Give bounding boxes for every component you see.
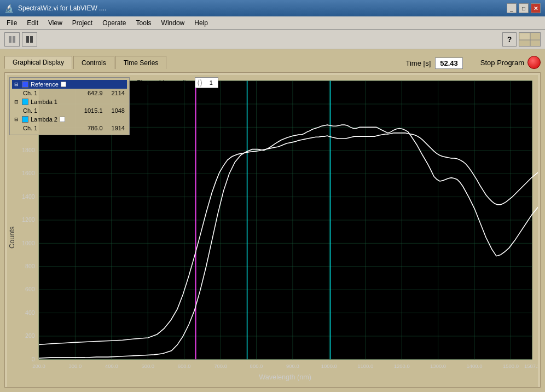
x-tick-1400: 1400.0 [467,363,483,369]
legend-area: ⊟ Reference Ch. 1 642.9 2114 ⊟ Lambda 1 … [9,77,130,135]
stop-program-button[interactable] [527,56,541,69]
help-button[interactable]: ? [502,32,517,47]
x-tick-1100: 1100.0 [357,363,373,369]
menu-tools[interactable]: Tools [132,18,156,28]
time-label: Time [s] [406,59,431,67]
menu-bar: File Edit View Project Operate Tools Win… [0,16,545,30]
x-tick-1200: 1200.0 [394,363,410,369]
x-tick-1500: 1500.0 [503,363,519,369]
x-tick-1000: 1000.0 [321,363,337,369]
channel-value-input[interactable] [204,79,218,87]
legend-val2-lambda1: 1048 [112,107,125,114]
x-tick-1300: 1300.0 [430,363,446,369]
svg-rect-1 [13,36,15,43]
minimize-button[interactable]: _ [507,3,517,13]
menu-project[interactable]: Project [68,18,97,28]
y-tick-1000: 1000 [22,240,35,246]
tab-bar: Graphical Display Controls Time Series T… [4,54,541,69]
x-tick-800: 800.0 [250,363,263,369]
legend-val2-reference: 2114 [112,90,125,96]
expand-lambda1[interactable]: ⊟ [14,99,19,105]
legend-sub-lambda1: Ch. 1 1015.1 1048 [12,106,127,115]
legend-label-lambda1: Lambda 1 [31,99,57,105]
x-tick-1587: 1587.3 [524,363,538,369]
legend-val1-lambda2: 786.0 [88,125,103,131]
channel-spinner-icon: ⟨⟩ [195,78,204,88]
x-tick-300: 300.0 [69,363,82,369]
legend-item-lambda1[interactable]: ⊟ Lambda 1 [12,97,127,106]
expand-lambda2[interactable]: ⊟ [14,117,19,122]
svg-rect-0 [9,36,11,43]
y-axis-label: Counts [8,227,16,249]
pause-button[interactable] [22,32,37,47]
legend-color-reference [22,81,28,88]
maximize-button[interactable]: □ [519,3,529,13]
svg-rect-2 [26,36,29,43]
time-section: Time [s] 52.43 [406,57,463,69]
toolbar: ? [0,30,545,49]
menu-window[interactable]: Window [157,18,189,28]
legend-label-reference: Reference [31,81,59,88]
expand-reference[interactable]: ⊟ [14,82,19,87]
legend-item-reference[interactable]: ⊟ Reference [12,80,127,89]
menu-view[interactable]: View [44,18,67,28]
x-tick-200: 200.0 [32,363,45,369]
content-panel: ⊟ Reference Ch. 1 642.9 2114 ⊟ Lambda 1 … [4,72,541,388]
y-tick-800: 800 [25,263,35,269]
svg-rect-3 [30,36,33,43]
legend-sub-lambda2: Ch. 1 786.0 1914 [12,124,127,132]
legend-val2-lambda2: 1914 [112,125,125,131]
tab-controls[interactable]: Controls [73,56,114,69]
title-bar: 🔬 SpectraWiz.vi for LabVIEW .... _ □ ✕ [0,0,545,16]
y-tick-400: 400 [25,309,35,316]
run-button[interactable] [4,32,20,47]
menu-file[interactable]: File [2,18,21,28]
stop-program-label: Stop Program [480,59,524,67]
menu-operate[interactable]: Operate [98,18,130,28]
y-tick-1400: 1400 [22,193,35,200]
stop-program-section: Stop Program [480,56,541,69]
y-tick-1200: 1200 [22,216,35,223]
channel-monitor-label: Channel to monitor [136,79,192,87]
legend-checkbox-lambda2[interactable] [60,117,65,122]
y-tick-1600: 1600 [22,170,35,176]
tab-time-series[interactable]: Time Series [115,56,167,69]
window-controls: _ □ ✕ [507,3,541,13]
legend-sub-reference: Ch. 1 642.9 2114 [12,89,127,97]
time-value: 52.43 [435,57,463,69]
menu-help[interactable]: Help [190,18,212,28]
x-tick-600: 600.0 [178,363,191,369]
legend-color-lambda1 [22,99,28,105]
x-axis-label: Wavelength (nm) [259,373,311,381]
window-title: SpectraWiz.vi for LabVIEW .... [18,4,106,12]
y-tick-0: 0 [32,356,35,362]
x-tick-500: 500.0 [141,363,154,369]
legend-val1-lambda1: 1015.1 [84,107,103,114]
y-tick-1800: 1800 [22,147,35,153]
x-tick-400: 400.0 [105,363,118,369]
y-tick-600: 600 [25,286,35,292]
menu-edit[interactable]: Edit [22,18,43,28]
x-tick-700: 700.0 [214,363,227,369]
close-button[interactable]: ✕ [531,3,541,13]
toolbar-right: ? [502,32,541,47]
legend-item-lambda2[interactable]: ⊟ Lambda 2 [12,115,127,124]
legend-ch-reference: Ch. 1 [23,90,37,96]
channel-monitor: Channel to monitor ⟨⟩ [136,77,218,88]
y-tick-200: 200 [25,332,35,339]
legend-ch-lambda2: Ch. 1 [23,125,37,131]
legend-label-lambda2: Lambda 2 [31,116,57,123]
legend-checkbox-reference[interactable] [61,82,66,87]
svg-rect-6 [520,33,530,39]
tab-graphical-display[interactable]: Graphical Display [4,56,72,69]
legend-val1-reference: 642.9 [88,90,103,96]
legend-color-lambda2 [22,116,28,123]
main-area: Graphical Display Controls Time Series T… [0,49,545,392]
legend-ch-lambda1: Ch. 1 [23,107,37,114]
x-tick-900: 900.0 [286,363,299,369]
